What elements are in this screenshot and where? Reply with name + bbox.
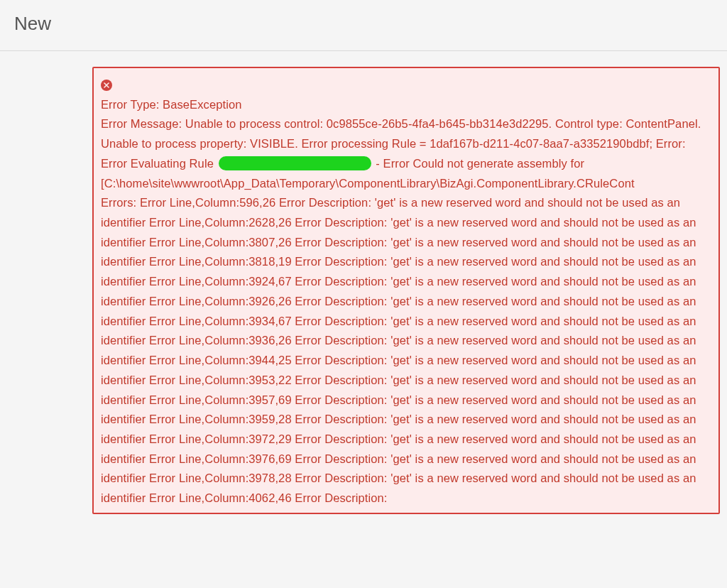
page-title: New <box>14 13 713 35</box>
error-details-block: Errors: Error Line,Column:596,26 Error D… <box>101 196 696 504</box>
page-header: New <box>0 0 727 51</box>
error-type-line: Error Type: BaseException <box>101 95 711 115</box>
redacted-segment <box>219 156 371 170</box>
error-path-line: [C:\home\site\wwwroot\App_Data\Temporary… <box>101 174 711 194</box>
close-icon[interactable] <box>101 80 112 91</box>
error-msg-part2: - Error Could not generate assembly for <box>376 157 584 170</box>
error-panel: Error Type: BaseException Error Message:… <box>92 67 720 514</box>
error-message-body: Error Type: BaseException Error Message:… <box>101 95 711 508</box>
x-icon <box>103 82 110 89</box>
content-area: Error Type: BaseException Error Message:… <box>0 51 727 514</box>
